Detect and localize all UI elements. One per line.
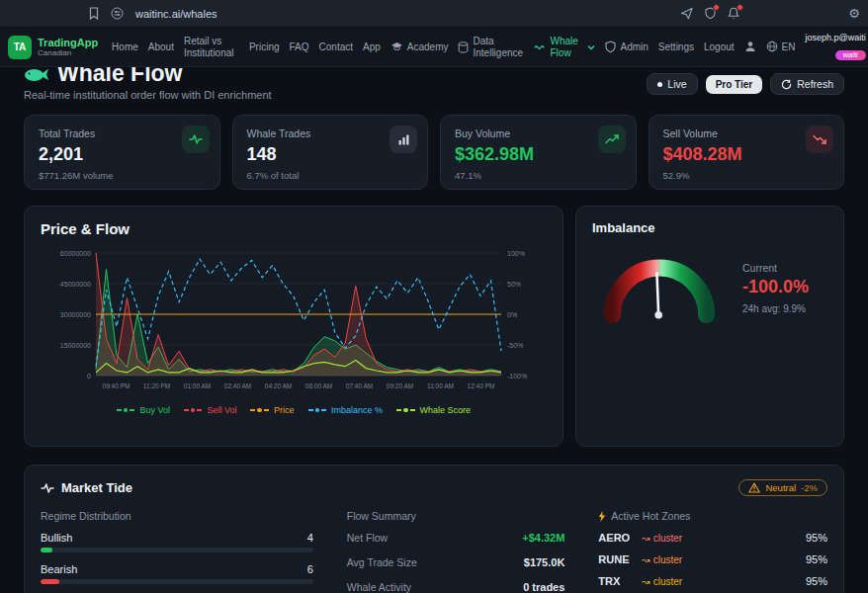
pro-tier-badge: Pro Tier — [706, 75, 763, 94]
brand-subtitle: Canadian — [38, 48, 98, 57]
nav-retail-vs-institutional[interactable]: Retail vs Institutional — [184, 36, 239, 59]
url-text[interactable]: waitinc.ai/whales — [135, 8, 217, 20]
svg-text:-100%: -100% — [507, 373, 527, 380]
shield-alert-badge — [713, 4, 720, 11]
bell-icon[interactable] — [728, 7, 739, 20]
nav-right-cluster: EN joseph.p@waiti waiti — [744, 34, 866, 60]
gear-icon[interactable]: ⚙ — [848, 7, 860, 20]
price-flow-chart[interactable]: 015000000300000004500000060000000-100%-5… — [41, 245, 547, 403]
svg-text:60000000: 60000000 — [60, 250, 91, 257]
page-header: Whale Flow Real-time institutional order… — [24, 61, 844, 101]
page-content: Whale Flow Real-time institutional order… — [0, 61, 868, 593]
nav-admin[interactable]: Admin — [605, 41, 648, 53]
nav-data-intelligence[interactable]: Data Intelligence — [458, 36, 524, 59]
brand[interactable]: TA TradingApp Canadian — [8, 36, 98, 59]
regime-bar — [41, 548, 313, 552]
stat-card-total-trades: Total Trades 2,201 $771.26M volume — [24, 115, 220, 190]
live-dot-icon — [657, 82, 662, 87]
refresh-icon — [781, 79, 792, 90]
legend-whale-score[interactable]: Whale Score — [396, 405, 471, 415]
svg-text:45000000: 45000000 — [60, 281, 91, 288]
activity-icon — [41, 481, 54, 495]
send-icon[interactable] — [680, 7, 693, 20]
stat-value: $408.28M — [663, 144, 830, 165]
shield-icon[interactable] — [705, 7, 716, 20]
svg-text:09:40 PM: 09:40 PM — [103, 382, 130, 389]
warning-icon — [748, 482, 760, 493]
svg-text:0%: 0% — [507, 311, 517, 318]
browser-chrome: waitinc.ai/whales ⚙ — [0, 0, 868, 28]
hot-zone-row[interactable]: RUNE↝cluster95% — [598, 553, 827, 565]
stat-label: Total Trades — [39, 127, 206, 139]
imbalance-current-label: Current — [742, 262, 809, 274]
hot-zone-row[interactable]: TRX↝cluster95% — [598, 575, 827, 587]
stat-sub: 52.9% — [663, 170, 830, 181]
bookmark-icon[interactable] — [89, 7, 99, 20]
trending-down-icon — [806, 126, 833, 153]
stat-label: Buy Volume — [455, 127, 622, 139]
nav-faq[interactable]: FAQ — [290, 42, 309, 52]
stat-label: Sell Volume — [663, 127, 830, 139]
nav-about[interactable]: About — [148, 42, 174, 52]
brand-name: TradingApp — [38, 37, 98, 48]
globe-icon — [766, 41, 778, 52]
hot-zone-row[interactable]: AERO↝cluster95% — [598, 532, 827, 544]
legend-buy-vol[interactable]: Buy Vol — [117, 405, 170, 415]
market-tide-panel: Market Tide Neutral -2% Regime Distribut… — [24, 465, 844, 593]
nav-academy[interactable]: Academy — [391, 42, 449, 52]
stat-value: 148 — [247, 144, 414, 165]
imbalance-panel: Imbalance Current -1 — [575, 206, 844, 447]
regime-row-bullish: Bullish4 — [41, 532, 313, 552]
tune-icon[interactable] — [111, 7, 124, 20]
svg-text:02:40 AM: 02:40 AM — [224, 382, 251, 389]
bar-chart-icon — [390, 126, 417, 153]
market-tide-columns: Regime Distribution Bullish4 Bearish6 Co… — [41, 510, 827, 593]
svg-text:12:40 PM: 12:40 PM — [468, 382, 495, 389]
svg-text:30000000: 30000000 — [60, 311, 91, 318]
imbalance-gauge — [592, 251, 727, 325]
svg-text:100%: 100% — [507, 250, 525, 257]
nav-logout[interactable]: Logout — [704, 42, 735, 52]
neutral-badge: Neutral -2% — [738, 479, 827, 496]
stats-row: Total Trades 2,201 $771.26M volume Whale… — [24, 115, 844, 190]
price-flow-title: Price & Flow — [41, 220, 547, 237]
price-flow-panel: Price & Flow 015000000300000004500000060… — [24, 206, 564, 447]
svg-text:50%: 50% — [507, 281, 521, 288]
flow-summary-column: Flow Summary Net Flow+$4.32M Avg Trade S… — [347, 510, 565, 593]
svg-text:01:00 AM: 01:00 AM — [184, 382, 211, 389]
refresh-button[interactable]: Refresh — [770, 73, 844, 95]
imbalance-avg: 24h avg: 9.9% — [742, 303, 809, 314]
svg-text:15000000: 15000000 — [60, 342, 91, 349]
main-navbar: TA TradingApp Canadian Home About Retail… — [0, 28, 868, 67]
hot-zones-heading: Active Hot Zones — [598, 510, 827, 522]
zone-arrow-icon: ↝ — [642, 533, 650, 544]
market-tide-header: Market Tide Neutral -2% — [41, 479, 827, 496]
live-indicator[interactable]: Live — [647, 73, 697, 95]
user-menu[interactable]: joseph.p@waiti waiti — [805, 34, 865, 60]
nav-settings[interactable]: Settings — [658, 42, 694, 52]
flow-summary-row: Avg Trade Size$175.0K — [347, 556, 565, 568]
hot-zones-column: Active Hot Zones AERO↝cluster95% RUNE↝cl… — [598, 510, 827, 593]
svg-text:04:20 AM: 04:20 AM — [265, 382, 292, 389]
nav-home[interactable]: Home — [112, 42, 138, 52]
flow-summary-row: Net Flow+$4.32M — [347, 532, 565, 544]
legend-price[interactable]: Price — [250, 405, 294, 415]
user-icon[interactable] — [744, 41, 756, 52]
nav-contact[interactable]: Contact — [319, 42, 353, 52]
nav-pricing[interactable]: Pricing — [249, 42, 280, 52]
zone-arrow-icon: ↝ — [642, 554, 650, 565]
svg-text:11:00 AM: 11:00 AM — [427, 382, 454, 389]
legend-sell-vol[interactable]: Sell Vol — [184, 405, 237, 415]
svg-text:-50%: -50% — [507, 342, 523, 349]
stat-value: $362.98M — [455, 144, 622, 165]
page-subtitle: Real-time institutional order flow with … — [24, 89, 272, 101]
chevron-down-icon — [587, 44, 595, 50]
regime-row-bearish: Bearish6 — [41, 563, 313, 584]
regime-distribution-column: Regime Distribution Bullish4 Bearish6 Co… — [41, 510, 313, 593]
legend-imbalance-[interactable]: Imbalance % — [308, 405, 384, 415]
flow-summary-heading: Flow Summary — [347, 510, 565, 522]
nav-whale-flow[interactable]: Whale Flow — [534, 36, 595, 59]
nav-app[interactable]: App — [363, 42, 381, 52]
language-selector[interactable]: EN — [766, 41, 796, 52]
wave-icon — [534, 42, 546, 52]
